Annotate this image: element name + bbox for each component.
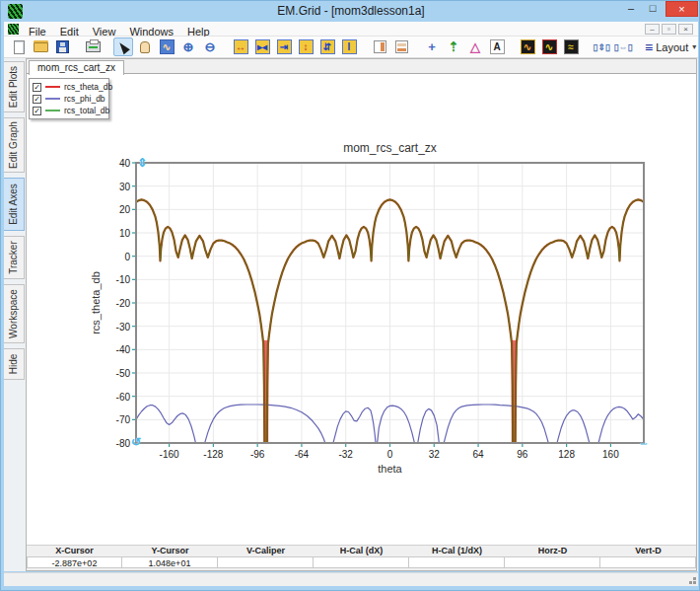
toolbar: ∿⊕⊖↔▸◂⇥↕⇵I+⇡△A∿∿≈▯⇕▯▯⇔▯≡Layout▾	[4, 37, 698, 58]
column-layout-icon	[374, 40, 386, 53]
sidebar-tab-label: Edit Axes	[4, 179, 23, 230]
legend-line-swatch	[45, 86, 60, 88]
expand-y-icon: ↕	[299, 39, 314, 54]
layout-dropdown-button[interactable]: ≡Layout▾	[645, 39, 696, 55]
cursor-value-4	[409, 556, 505, 568]
shrink-x-icon: ▸◂	[255, 39, 270, 54]
menu-bar: FileEditViewWindowsHelp – ▫ ×	[4, 22, 698, 37]
sidebar-tab-tracker[interactable]: Tracker	[4, 236, 25, 279]
legend-checkbox-rcs_phi_db[interactable]: ✓	[33, 95, 41, 104]
row-layout-icon	[395, 40, 408, 53]
text-annotation-icon: A	[490, 39, 505, 54]
x-tick-label: 32	[412, 449, 455, 460]
x-tick-label: -64	[280, 449, 323, 460]
plot-image-button[interactable]: ∿	[518, 37, 537, 56]
pointer-tool-button[interactable]	[113, 37, 133, 56]
cursor-header-5: Horz-D	[505, 546, 600, 556]
legend-item-rcs_theta_db: ✓rcs_theta_db	[33, 81, 105, 93]
cursor-readout-panel: X-CursorY-CursorV-CaliperH-Cal (dX)H-Cal…	[27, 545, 696, 570]
column-layout-button[interactable]	[370, 37, 389, 56]
legend-label: rcs_theta_db	[64, 82, 112, 92]
fit-x-icon: ⇥	[277, 39, 292, 54]
cursor-header-2: V-Caliper	[218, 546, 314, 556]
triangle-annotation-icon: △	[470, 39, 480, 54]
hand-tool-icon	[140, 41, 150, 53]
zoom-region-button[interactable]: ∿	[157, 37, 176, 56]
sidebar-tab-workspace[interactable]: Workspace	[4, 284, 25, 343]
minimize-button[interactable]: –	[620, 1, 642, 16]
legend-checkbox-rcs_theta_db[interactable]: ✓	[33, 83, 41, 92]
cursor-value-6	[600, 556, 696, 568]
plot-area[interactable]	[136, 163, 644, 443]
legend-line-swatch	[45, 110, 60, 111]
triangle-annotation-button[interactable]: △	[465, 37, 485, 56]
save-file-button[interactable]	[52, 37, 72, 56]
cursor-readout-values: -2.887e+021.048e+01	[27, 556, 696, 568]
text-annotation-button[interactable]: A	[487, 37, 507, 56]
cursor-readout-headers: X-CursorY-CursorV-CaliperH-Cal (dX)H-Cal…	[27, 546, 696, 556]
sidebar-tab-edit-axes[interactable]: Edit Axes	[4, 178, 25, 231]
dropdown-caret-icon: ▾	[692, 42, 696, 51]
crosshair-button[interactable]: +	[422, 37, 442, 56]
legend-box[interactable]: ✓rcs_theta_db✓rcs_phi_db✓rcs_total_db	[29, 78, 109, 119]
shrink-y-icon: ⇵	[320, 39, 335, 54]
app-logo-icon-small	[8, 24, 19, 35]
mdi-restore-button[interactable]: ▫	[662, 24, 676, 35]
document-panel: mom_rcs_cart_zx ✓rcs_theta_db✓rcs_phi_db…	[26, 58, 697, 571]
sidebar-tab-edit-graph[interactable]: Edit Graph	[4, 117, 25, 173]
zoom-in-icon: ⊕	[183, 39, 194, 54]
pointer-tool-icon	[116, 39, 130, 53]
y-axis-drag-handle-icon[interactable]: ⇕	[137, 156, 147, 170]
fit-x-button[interactable]: ⇥	[274, 37, 294, 56]
row-layout-button[interactable]	[391, 37, 411, 56]
cursor-value-2	[218, 556, 314, 568]
print-button[interactable]	[83, 37, 103, 56]
shrink-x-button[interactable]: ▸◂	[252, 37, 272, 56]
zoom-in-button[interactable]: ⊕	[178, 37, 198, 56]
cursor-value-3	[314, 556, 409, 568]
x-axis-label: theta	[136, 463, 644, 475]
legend-item-rcs_total_db: ✓rcs_total_db	[33, 105, 105, 116]
chart-title: mom_rcs_cart_zx	[136, 141, 644, 155]
x-axis-drag-handle-icon[interactable]: ⇔	[638, 436, 650, 450]
x-tick-label: -128	[191, 449, 235, 460]
x-tick-label: 160	[589, 449, 632, 460]
sidebar-tab-hide[interactable]: Hide	[4, 348, 25, 380]
shrink-y-button[interactable]: ⇵	[317, 37, 337, 56]
layout-icon: ≡	[645, 39, 652, 55]
y-tick-label: -30	[97, 322, 130, 332]
title-bar[interactable]: EM.Grid - [mom3dlesson1a] – □ ×	[1, 1, 700, 22]
cursor-header-1: Y-Cursor	[122, 546, 218, 556]
plot-curves-button[interactable]: ≈	[561, 37, 581, 56]
mdi-minimize-button[interactable]: –	[645, 24, 660, 35]
close-button[interactable]: ×	[665, 1, 698, 17]
new-file-button[interactable]	[9, 37, 29, 56]
cursor-header-6: Vert-D	[600, 546, 696, 556]
y-tick-label: 10	[97, 228, 130, 239]
plot-frame-icon: ∿	[542, 39, 557, 54]
fit-y-button[interactable]: I	[339, 37, 359, 56]
sidebar-tab-strip: Edit PlotsEdit GraphEdit AxesTrackerWork…	[4, 58, 26, 571]
sidebar-tab-edit-plots[interactable]: Edit Plots	[4, 61, 25, 112]
resize-grip[interactable]	[693, 581, 696, 584]
y-tick-label: 40	[97, 158, 130, 169]
x-tick-label: 0	[369, 449, 412, 460]
open-file-button[interactable]	[31, 37, 50, 56]
new-file-icon	[14, 40, 25, 54]
expand-x-button[interactable]: ↔	[231, 37, 250, 56]
hand-tool-button[interactable]	[135, 37, 155, 56]
legend-checkbox-rcs_total_db[interactable]: ✓	[33, 107, 41, 115]
axes-annotation-button[interactable]: ⇡	[444, 37, 463, 56]
expand-y-button[interactable]: ↕	[296, 37, 315, 56]
tile-horizontal-button[interactable]: ▯⇔▯	[613, 37, 633, 56]
x-tick-label: 96	[501, 449, 544, 460]
maximize-button[interactable]: □	[642, 1, 664, 16]
fit-y-icon: I	[342, 39, 357, 54]
sidebar-tab-label: Edit Graph	[4, 118, 23, 172]
origin-drag-handle-icon[interactable]: ↺	[131, 435, 141, 449]
plot-frame-button[interactable]: ∿	[539, 37, 559, 56]
zoom-out-button[interactable]: ⊖	[200, 37, 220, 56]
mdi-close-button[interactable]: ×	[678, 24, 693, 35]
tile-vertical-button[interactable]: ▯⇕▯	[592, 37, 611, 56]
document-tab-mom_rcs_cart_zx[interactable]: mom_rcs_cart_zx	[29, 60, 124, 75]
